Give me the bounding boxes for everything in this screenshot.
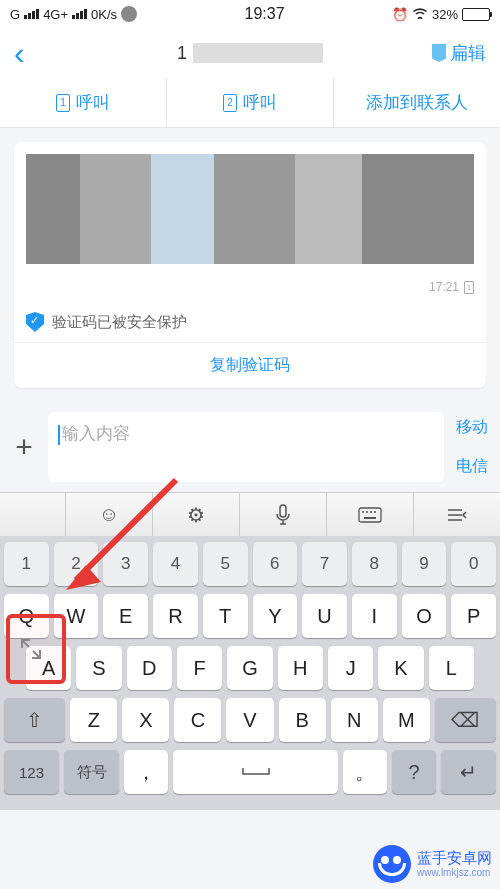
svg-point-5 [374,511,376,513]
sim-option-2[interactable]: 电信 [456,456,488,477]
key-question[interactable]: ? [392,750,436,794]
data-speed: 0K/s [91,7,117,22]
key-t[interactable]: T [203,594,248,638]
key-6[interactable]: 6 [253,542,298,586]
key-z[interactable]: Z [70,698,117,742]
key-o[interactable]: O [402,594,447,638]
shield-icon [26,312,44,332]
key-4[interactable]: 4 [153,542,198,586]
key-i[interactable]: I [352,594,397,638]
key-y[interactable]: Y [253,594,298,638]
key-9[interactable]: 9 [402,542,447,586]
key-q[interactable]: Q [4,594,49,638]
verify-text: 验证码已被安全保护 [52,313,187,332]
net-gen: 4G+ [43,7,68,22]
kb-row-z: ⇧ Z X C V B N M ⌫ [4,698,496,742]
key-m[interactable]: M [383,698,430,742]
tag-icon [432,44,446,62]
voice-button[interactable] [240,493,327,536]
battery-icon [462,8,490,21]
edit-button[interactable]: 扁辑 [432,41,486,65]
keyboard-toolbar: ☺ ⚙ [0,492,500,536]
svg-point-4 [370,511,372,513]
key-n[interactable]: N [331,698,378,742]
sim-option-1[interactable]: 移动 [456,417,488,438]
key-s[interactable]: S [76,646,121,690]
wifi-icon [412,7,428,22]
key-e[interactable]: E [103,594,148,638]
call2-label: 呼叫 [243,91,277,114]
key-space[interactable] [173,750,338,794]
more-button[interactable] [414,493,500,536]
signal-icon-2 [72,9,87,19]
key-1[interactable]: 1 [4,542,49,586]
key-v[interactable]: V [226,698,273,742]
key-enter[interactable]: ↵ [441,750,496,794]
watermark-icon [373,845,411,883]
key-f[interactable]: F [177,646,222,690]
key-r[interactable]: R [153,594,198,638]
watermark-url: www.lmkjsz.com [417,867,492,878]
redacted-content [26,154,474,264]
add-contact-button[interactable]: 添加到联系人 [334,78,500,127]
key-3[interactable]: 3 [103,542,148,586]
message-bubble[interactable]: 17:21 1 验证码已被安全保护 复制验证码 [14,142,486,388]
input-placeholder: 输入内容 [62,424,130,443]
key-8[interactable]: 8 [352,542,397,586]
redacted-title [193,43,323,63]
sim1-icon: 1 [56,94,70,112]
key-7[interactable]: 7 [302,542,347,586]
call-sim1-button[interactable]: 1 呼叫 [0,78,167,127]
key-symbol[interactable]: 符号 [64,750,119,794]
kb-expand-button[interactable] [0,493,66,536]
attach-button[interactable]: + [0,430,48,464]
key-j[interactable]: J [328,646,373,690]
message-content [14,142,486,276]
key-g[interactable]: G [227,646,272,690]
key-shift[interactable]: ⇧ [4,698,65,742]
key-123[interactable]: 123 [4,750,59,794]
key-b[interactable]: B [279,698,326,742]
watermark: 蓝手安卓网 www.lmkjsz.com [373,845,492,883]
sim-indicator-icon: 1 [464,281,474,294]
status-left: G 4G+ 0K/s [10,6,137,22]
action-bar: 1 呼叫 2 呼叫 添加到联系人 [0,78,500,128]
key-5[interactable]: 5 [203,542,248,586]
key-backspace[interactable]: ⌫ [435,698,496,742]
call-sim2-button[interactable]: 2 呼叫 [167,78,334,127]
emoji-button[interactable]: ☺ [66,493,153,536]
key-h[interactable]: H [278,646,323,690]
kb-row-bottom: 123 符号 ， 。 ? ↵ [4,750,496,794]
keyboard: 1 2 3 4 5 6 7 8 9 0 Q W E R T Y U I O P … [0,536,500,810]
key-p[interactable]: P [451,594,496,638]
message-meta: 17:21 1 [14,276,486,302]
keyboard-switch-button[interactable] [327,493,414,536]
kb-row-a: A S D F G H J K L [4,646,496,690]
expand-icon[interactable] [18,636,44,668]
signal-icon [24,9,39,19]
key-u[interactable]: U [302,594,347,638]
copy-code-button[interactable]: 复制验证码 [14,342,486,388]
settings-button[interactable]: ⚙ [153,493,240,536]
key-k[interactable]: K [378,646,423,690]
key-0[interactable]: 0 [451,542,496,586]
verify-row: 验证码已被安全保护 [14,302,486,342]
sim2-icon: 2 [223,94,237,112]
svg-point-3 [366,511,368,513]
kb-number-row: 1 2 3 4 5 6 7 8 9 0 [4,542,496,586]
edit-label: 扁辑 [450,41,486,65]
wechat-icon [121,6,137,22]
back-button[interactable]: ‹ [14,35,25,72]
key-l[interactable]: L [429,646,474,690]
message-time: 17:21 [429,280,459,294]
message-input[interactable]: 输入内容 [48,412,444,482]
key-2[interactable]: 2 [54,542,99,586]
call1-label: 呼叫 [76,91,110,114]
key-comma[interactable]: ， [124,750,168,794]
key-d[interactable]: D [127,646,172,690]
key-c[interactable]: C [174,698,221,742]
key-period[interactable]: 。 [343,750,387,794]
alarm-icon: ⏰ [392,7,408,22]
key-x[interactable]: X [122,698,169,742]
key-w[interactable]: W [54,594,99,638]
